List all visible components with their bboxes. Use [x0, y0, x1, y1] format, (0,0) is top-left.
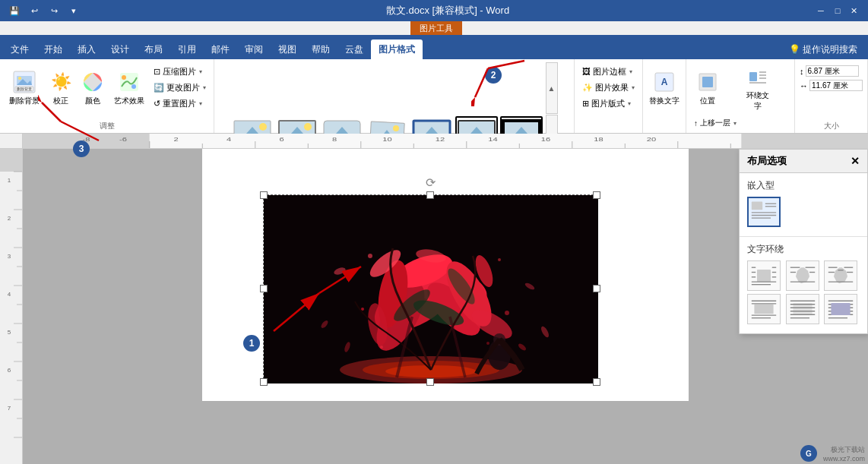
svg-rect-48 [741, 134, 868, 148]
ribbon-content: 删除背景 删除背景 ☀️ 校正 [0, 59, 868, 134]
remove-bg-label: 删除背景 [9, 96, 40, 106]
minimize-btn[interactable]: ─ [813, 3, 828, 18]
change-dropdown: ▾ [203, 84, 206, 91]
position-label: 位置 [700, 96, 715, 106]
adjust-group-content: 删除背景 删除背景 ☀️ 校正 [5, 62, 209, 119]
svg-point-120 [505, 311, 509, 315]
handle-tl[interactable] [260, 191, 268, 199]
tab-view[interactable]: 视图 [271, 39, 304, 59]
undo-qat-btn[interactable]: ↩ [26, 2, 43, 19]
svg-rect-136 [752, 202, 762, 210]
tab-insert[interactable]: 插入 [70, 39, 103, 59]
redo-qat-btn[interactable]: ↪ [46, 2, 62, 19]
adjust-label: 调整 [100, 121, 115, 131]
layout-panel-header: 布局选项 ✕ [740, 150, 867, 173]
svg-point-122 [486, 342, 489, 345]
reset-icon: ↺ [154, 99, 160, 109]
text-wrap-section: 文字环绕 [740, 236, 867, 333]
svg-point-117 [368, 254, 372, 258]
inline-section: 嵌入型 [740, 173, 867, 236]
change-btn[interactable]: 🔄 更改图片 ▾ [150, 80, 209, 95]
tab-help[interactable]: 帮助 [304, 39, 337, 59]
color-btn[interactable]: 颜色 [78, 62, 108, 114]
svg-point-9 [131, 84, 136, 89]
tab-design[interactable]: 设计 [103, 39, 137, 59]
tab-search[interactable]: 💡提作说明搜索 [781, 39, 865, 59]
rotate-handle[interactable]: ⟳ [426, 175, 436, 190]
wrap-in-front[interactable] [824, 294, 857, 324]
svg-text:10: 10 [382, 136, 391, 143]
size-content: ↕ ↔ [800, 62, 863, 119]
selected-image-container[interactable]: ⟳ [263, 194, 597, 383]
picture-effects-btn[interactable]: ✨ 图片效果 ▾ [579, 80, 638, 95]
svg-point-121 [380, 346, 383, 349]
svg-point-118 [498, 258, 501, 261]
ribbon-group-arrange: 位置 环绕文字 ↑ 上 [686, 59, 795, 133]
wrap-top-bottom[interactable] [747, 294, 781, 324]
color-icon [81, 70, 105, 94]
width-input[interactable] [809, 80, 863, 91]
handle-tm[interactable] [426, 191, 434, 199]
ribbon-group-accessibility: A 替换文字 [643, 59, 686, 133]
svg-point-119 [361, 308, 364, 311]
wrap-behind[interactable] [786, 294, 819, 324]
wrap-tight[interactable] [786, 260, 819, 291]
svg-text:G: G [806, 450, 812, 458]
bring-forward-btn[interactable]: ↑ 上移一层 ▾ [691, 115, 740, 131]
wrap-through[interactable] [824, 260, 857, 291]
main-area: 1 2 3 4 5 6 7 ⟳ [0, 149, 868, 464]
handle-tr[interactable] [593, 191, 600, 199]
svg-text:删除背景: 删除背景 [17, 87, 32, 91]
svg-rect-41 [749, 72, 757, 81]
adjust-small-btns: ☀️ 校正 颜色 [46, 62, 209, 114]
height-input[interactable] [806, 65, 859, 77]
position-btn[interactable]: 位置 [691, 62, 724, 114]
svg-text:5: 5 [8, 329, 11, 336]
gallery-up-btn[interactable]: ▲ [546, 62, 558, 114]
layout-panel-close[interactable]: ✕ [851, 155, 860, 167]
handle-mr[interactable] [593, 285, 600, 292]
artistic-btn[interactable]: 艺术效果 [109, 62, 149, 114]
close-btn[interactable]: ✕ [847, 3, 862, 18]
handle-bm[interactable] [426, 378, 434, 386]
svg-text:2: 2 [8, 215, 11, 222]
title-bar-left: 💾 ↩ ↪ ▾ [6, 2, 82, 19]
tab-mailings[interactable]: 邮件 [204, 39, 237, 59]
image-selection-border [263, 194, 597, 383]
picture-options-btns: 🖼 图片边框 ▾ ✨ 图片效果 ▾ ⊞ 图片版式 ▾ [579, 62, 638, 111]
tab-cloud[interactable]: 云盘 [337, 39, 371, 59]
ribbon-group-size: ↕ ↔ 大小 [795, 59, 868, 133]
remove-background-btn[interactable]: 删除背景 删除背景 [5, 62, 44, 114]
text-wrap-options [747, 260, 860, 324]
title-bar-controls: ─ □ ✕ [813, 3, 862, 18]
handle-br[interactable] [593, 378, 600, 386]
tab-layout[interactable]: 布局 [137, 39, 170, 59]
save-qat-btn[interactable]: 💾 [6, 2, 23, 19]
tab-picture-format[interactable]: 图片格式 [371, 39, 423, 59]
handle-bl[interactable] [260, 378, 268, 386]
alt-text-btn[interactable]: A 替换文字 [648, 62, 681, 114]
svg-point-3 [18, 77, 21, 80]
picture-border-btn[interactable]: 🖼 图片边框 ▾ [579, 64, 638, 79]
svg-text:4: 4 [8, 291, 11, 298]
picture-layout-btn[interactable]: ⊞ 图片版式 ▾ [579, 96, 638, 111]
handle-ml[interactable] [260, 285, 268, 292]
maximize-btn[interactable]: □ [830, 3, 845, 18]
compress-btn[interactable]: ⊡ 压缩图片 ▾ [150, 64, 209, 79]
tab-review[interactable]: 审阅 [237, 39, 271, 59]
tab-references[interactable]: 引用 [170, 39, 204, 59]
border-icon: 🖼 [582, 67, 591, 76]
wrap-text-btn[interactable]: 环绕文字 [741, 62, 775, 114]
reset-btn[interactable]: ↺ 重置图片 ▾ [150, 96, 209, 111]
wrap-square[interactable] [747, 260, 781, 291]
corrections-btn[interactable]: ☀️ 校正 [46, 62, 76, 114]
tab-home[interactable]: 开始 [36, 39, 70, 59]
tab-file[interactable]: 文件 [3, 39, 36, 59]
change-label: 更改图片 [166, 82, 200, 93]
inline-option[interactable] [747, 197, 781, 227]
layout-icon: ⊞ [582, 99, 589, 109]
svg-text:8: 8 [332, 136, 337, 143]
alt-text-label: 替换文字 [649, 96, 680, 106]
picture-options-content: 🖼 图片边框 ▾ ✨ 图片效果 ▾ ⊞ 图片版式 ▾ [579, 62, 638, 130]
customize-qat-btn[interactable]: ▾ [65, 2, 82, 19]
